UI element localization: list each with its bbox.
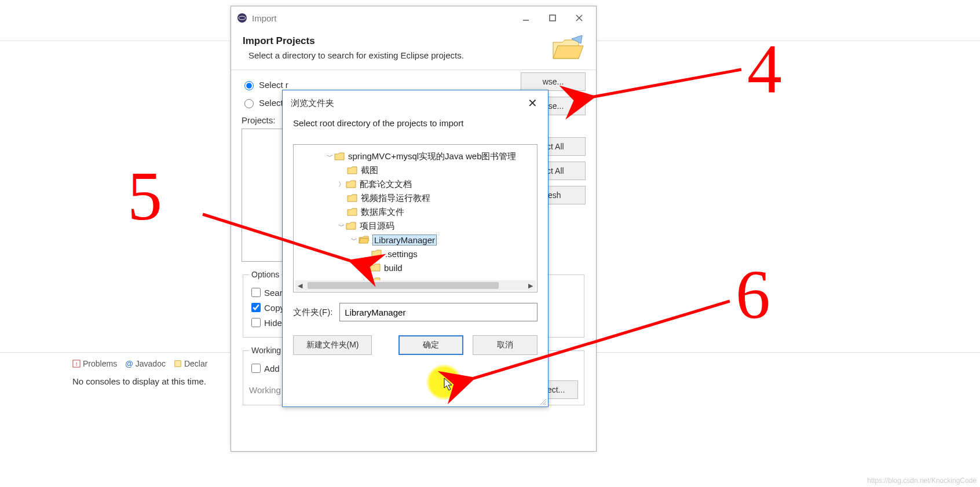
tab-javadoc[interactable]: @ Javadoc [125,359,166,368]
tree-node-label: springMVC+mysql实现的Java web图书管理 [348,151,517,162]
select-archive-radio[interactable] [244,99,254,108]
scroll-right-icon[interactable]: ▶ [525,282,536,290]
folder-icon [371,250,382,258]
select-root-label: Select r [259,80,288,90]
minimize-button[interactable] [513,9,539,27]
browse-dialog-subtitle: Select root directory of the projects to… [283,112,548,128]
tab-label: Problems [83,359,117,368]
close-button[interactable] [566,9,593,27]
caret-down-icon[interactable]: ﹀ [349,236,359,244]
folder-icon [346,180,356,188]
folder-name-input[interactable] [339,303,537,321]
eclipse-views-tabs: ! Problems @ Javadoc Declar [72,359,207,368]
ok-button[interactable]: 确定 [398,335,463,355]
browse-root-button[interactable]: wse... [521,72,586,91]
tree-node-label: 配套论文文档 [360,179,412,190]
watermark: https://blog.csdn.net/KnockingCode [867,477,977,485]
browse-dialog-title: 浏览文件夹 [291,98,334,109]
tab-label: Javadoc [136,359,166,368]
cursor-icon [444,378,455,393]
maximize-button[interactable] [539,9,566,27]
new-folder-button[interactable]: 新建文件夹(M) [293,335,372,355]
add-workingset-checkbox[interactable] [251,364,261,373]
caret-right-icon[interactable]: 〉 [337,180,346,189]
caret-down-icon[interactable]: ﹀ [337,222,346,230]
tree-node-sourcecode[interactable]: ﹀项目源码 [297,219,533,233]
tab-label: Declar [184,359,207,368]
caret-right-icon[interactable]: 〉 [361,263,370,272]
tree-node[interactable]: 视频指导运行教程 [297,191,533,205]
folder-icon [370,263,381,272]
console-empty-message: No consoles to display at this time. [72,376,206,386]
add-workingset-label: Add [264,364,280,374]
wizard-heading: Import Projects [243,35,464,47]
tree-node-label: 数据库文件 [361,207,404,218]
scroll-left-icon[interactable]: ◀ [295,282,305,290]
folder-tree[interactable]: ﹀ springMVC+mysql实现的Java web图书管理 截图 〉配套论… [293,144,537,292]
eclipse-icon [237,13,247,23]
declaration-icon [174,360,182,368]
copy-projects-label: Copy [264,303,284,313]
tree-node-label: .settings [385,249,418,259]
folder-icon [347,166,357,174]
folder-icon [334,152,345,160]
javadoc-icon: @ [125,359,133,368]
tree-node[interactable]: 截图 [297,163,533,177]
options-legend: Options [249,270,281,279]
window-controls [513,9,593,27]
tree-node-label: LibraryManager [372,235,437,246]
search-nested-checkbox[interactable] [251,288,261,297]
tree-node-label: build [384,263,403,273]
tab-problems[interactable]: ! Problems [72,359,117,368]
wizard-header: Import Projects Select a directory to se… [231,30,596,70]
tree-node[interactable]: 〉build [297,261,533,274]
svg-text:!: ! [76,361,78,367]
wizard-subheading: Select a directory to search for existin… [248,50,464,60]
svg-rect-6 [550,15,555,21]
tree-node-label: 视频指导运行教程 [361,193,430,204]
scrollbar-thumb[interactable] [308,282,499,289]
tree-node[interactable]: 数据库文件 [297,205,533,219]
tree-node-label: 截图 [361,165,378,176]
browse-folder-dialog: 浏览文件夹 ✕ Select root directory of the pro… [282,90,548,407]
window-title: Import [252,13,277,23]
folder-open-icon [359,236,369,244]
folder-icon [347,208,357,216]
tree-node[interactable]: .settings [297,247,533,261]
problems-icon: ! [72,360,81,368]
select-root-radio[interactable] [244,81,254,90]
folder-icon [347,194,357,202]
tree-node-root[interactable]: ﹀ springMVC+mysql实现的Java web图书管理 [297,149,533,163]
resize-grip-icon[interactable] [539,397,547,405]
import-folder-icon [550,35,584,61]
caret-down-icon[interactable]: ﹀ [325,152,334,161]
svg-rect-2 [175,361,181,367]
tree-node[interactable]: 〉配套论文文档 [297,177,533,191]
folder-icon [346,222,356,230]
tree-node-label: 项目源码 [360,221,394,232]
hide-existing-checkbox[interactable] [251,318,261,327]
workingsets-legend: Working [249,346,283,355]
horizontal-scrollbar[interactable]: ◀ ▶ [295,280,536,291]
titlebar: Import [231,6,596,30]
close-icon[interactable]: ✕ [524,96,541,110]
cancel-button[interactable]: 取消 [473,335,537,355]
tab-declaration[interactable]: Declar [174,359,207,368]
folder-field-label: 文件夹(F): [293,307,332,318]
tree-node-librarymanager[interactable]: ﹀LibraryManager [297,233,533,247]
svg-line-11 [545,404,546,405]
copy-projects-checkbox[interactable] [251,303,261,312]
